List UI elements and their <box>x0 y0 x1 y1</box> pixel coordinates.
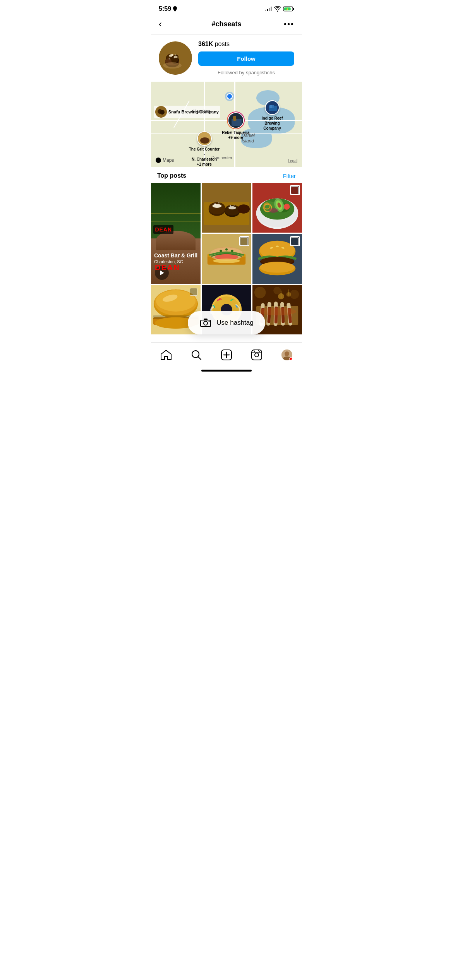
signal-bar-1 <box>265 10 266 11</box>
post-image-1: DEAN Coast Bar & Grill Charleston, SC <box>151 183 201 284</box>
svg-rect-25 <box>232 119 242 126</box>
svg-line-131 <box>198 357 201 360</box>
home-indicator <box>201 370 252 372</box>
svg-marker-34 <box>160 271 164 275</box>
location-icon <box>173 6 177 12</box>
profile-info: 361K posts Follow Followed by spanglishc… <box>198 41 294 75</box>
svg-point-20 <box>163 62 182 69</box>
map-label-daniel: DanielIsland <box>242 133 255 144</box>
post-item-5[interactable] <box>252 234 302 284</box>
svg-point-46 <box>218 202 220 204</box>
svg-text:⚡: ⚡ <box>286 7 289 11</box>
use-hashtag-button[interactable]: Use hashtag <box>188 311 265 334</box>
map-section[interactable]: Snafu Brewing Company Rebel Taqueria+9 m… <box>151 82 302 167</box>
more-options-button[interactable]: ••• <box>279 20 294 29</box>
reels-icon <box>251 350 262 360</box>
signal-strength <box>265 7 272 11</box>
add-icon <box>221 350 232 360</box>
map-pin-indigo[interactable]: Indigo ReefBrewing Company <box>257 100 288 131</box>
notification-dot <box>289 357 292 360</box>
map-pin-indigo-label: Indigo ReefBrewing Company <box>257 116 288 131</box>
map-background: Snafu Brewing Company Rebel Taqueria+9 m… <box>151 82 302 167</box>
nav-profile[interactable] <box>278 346 295 363</box>
user-location-dot <box>226 93 233 99</box>
filter-button[interactable]: Filter <box>283 173 296 179</box>
svg-rect-125 <box>288 290 289 296</box>
post-item-2[interactable] <box>202 183 251 233</box>
svg-point-42 <box>238 204 250 214</box>
profile-section: 361K posts Follow Followed by spanglishc… <box>151 34 302 82</box>
map-label-hanahan: Hanahan• <box>193 109 212 113</box>
svg-rect-123 <box>281 291 281 298</box>
svg-point-129 <box>209 321 210 322</box>
svg-point-73 <box>213 259 240 263</box>
svg-point-47 <box>230 205 231 207</box>
page-title: #chseats <box>211 20 241 28</box>
svg-point-72 <box>231 250 233 252</box>
map-pin-grit[interactable]: The Grit Counter -N. Charleston+1 more <box>189 131 220 167</box>
svg-rect-1 <box>293 8 294 10</box>
bottom-nav <box>151 342 302 367</box>
post-item-1[interactable]: DEAN Coast Bar & Grill Charleston, SC <box>151 183 201 284</box>
use-hashtag-container: Use hashtag <box>151 311 302 334</box>
svg-rect-31 <box>269 105 272 108</box>
play-button-overlay[interactable] <box>155 266 169 280</box>
wifi-icon <box>274 6 281 12</box>
svg-point-141 <box>285 351 289 356</box>
svg-point-15 <box>169 58 170 60</box>
post-image-4 <box>202 234 251 284</box>
post-item-4[interactable] <box>202 234 251 284</box>
post-image-2 <box>202 183 251 233</box>
map-label-dorchester: Dorchester <box>211 155 232 160</box>
svg-point-136 <box>255 353 259 357</box>
hashtag-avatar <box>159 41 192 75</box>
search-icon <box>191 350 202 360</box>
use-hashtag-label: Use hashtag <box>216 319 253 327</box>
svg-point-48 <box>233 205 235 206</box>
status-icons: ⚡ <box>265 6 294 12</box>
svg-point-62 <box>269 208 278 213</box>
svg-point-71 <box>225 248 228 250</box>
svg-point-107 <box>254 287 266 298</box>
svg-point-79 <box>276 245 279 247</box>
svg-point-39 <box>209 202 225 214</box>
status-bar: 5:59 ⚡ <box>151 0 302 15</box>
home-icon <box>161 350 172 360</box>
nav-search[interactable] <box>188 346 205 363</box>
svg-point-45 <box>214 203 216 205</box>
nav-reels[interactable] <box>248 346 265 363</box>
food-svg-2 <box>202 183 251 233</box>
battery-icon: ⚡ <box>283 6 294 12</box>
nav-header: ‹ #chseats ••• <box>151 15 302 34</box>
svg-rect-128 <box>204 319 208 320</box>
avatar-food-svg <box>159 41 192 75</box>
status-time: 5:59 <box>159 5 177 12</box>
signal-bar-4 <box>271 7 272 11</box>
follow-button[interactable]: Follow <box>198 51 294 66</box>
post-badge-5 <box>290 237 299 246</box>
post-badge-4 <box>240 237 248 246</box>
time-display: 5:59 <box>159 5 171 12</box>
svg-point-108 <box>290 290 299 299</box>
svg-point-28 <box>200 137 209 144</box>
svg-point-43 <box>213 204 222 208</box>
svg-point-44 <box>228 206 236 209</box>
svg-point-70 <box>220 250 222 252</box>
post-item-3[interactable] <box>252 183 302 233</box>
posts-count: 361K posts <box>198 41 294 48</box>
camera-icon <box>199 317 212 329</box>
svg-point-84 <box>260 262 295 272</box>
back-button[interactable]: ‹ <box>159 19 174 29</box>
svg-point-23 <box>160 110 165 115</box>
post-badge-6 <box>190 288 197 296</box>
svg-rect-32 <box>272 105 274 108</box>
nav-home[interactable] <box>158 346 175 363</box>
map-legal-link[interactable]: Legal <box>288 159 297 163</box>
svg-point-33 <box>156 158 161 163</box>
followed-by-text: Followed by spanglishchs <box>198 70 294 75</box>
section-header: Top posts Filter <box>151 167 302 183</box>
svg-point-109 <box>273 287 281 295</box>
coast-bar-label: Coast Bar & Grill Charleston, SC <box>154 252 197 264</box>
top-posts-title: Top posts <box>157 172 186 179</box>
nav-add[interactable] <box>218 346 235 363</box>
